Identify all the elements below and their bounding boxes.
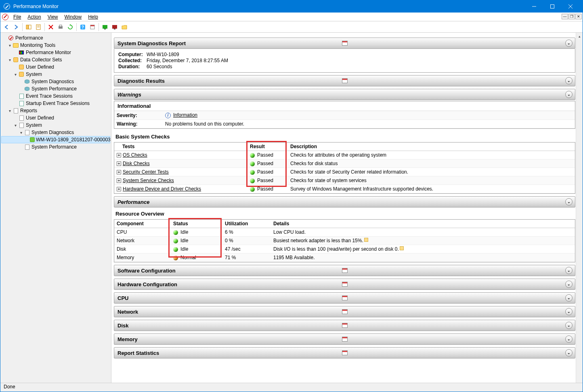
app-menu-icon bbox=[2, 14, 8, 20]
expand-icon[interactable]: + bbox=[117, 170, 121, 174]
collapse-button[interactable]: ⌄ bbox=[565, 335, 573, 343]
minimize-button[interactable] bbox=[525, 0, 543, 13]
status-dot-icon bbox=[250, 161, 255, 166]
collapse-button[interactable]: ⌄ bbox=[565, 322, 573, 329]
tree-dcs-system[interactable]: ▾System bbox=[1, 71, 110, 78]
tree-monitoring-tools[interactable]: ▾Monitoring Tools bbox=[1, 42, 110, 49]
menu-window[interactable]: Window bbox=[61, 13, 85, 21]
collapse-button[interactable]: ⌄ bbox=[565, 281, 573, 288]
calendar-icon bbox=[342, 337, 348, 342]
mdi-restore[interactable]: ❐ bbox=[568, 14, 575, 19]
tree-reports[interactable]: ▾Reports bbox=[1, 107, 110, 114]
tree-dcs-sys-diag[interactable]: System Diagnostics bbox=[1, 78, 110, 85]
view-report-button[interactable] bbox=[88, 23, 97, 31]
calendar-icon bbox=[342, 296, 348, 300]
expand-icon[interactable]: + bbox=[117, 153, 121, 157]
collapse-button[interactable]: ⌄ bbox=[565, 308, 573, 315]
status-dot-icon bbox=[250, 178, 255, 183]
scroll-up-icon[interactable]: ▴ bbox=[576, 33, 583, 40]
svg-rect-12 bbox=[59, 25, 62, 27]
tree-perf-monitor[interactable]: Performance Monitor bbox=[1, 49, 110, 56]
monitor2-button[interactable] bbox=[110, 23, 119, 31]
expand-icon[interactable]: + bbox=[117, 161, 121, 166]
collapse-button[interactable]: ⌄ bbox=[565, 77, 573, 84]
report-info: Computer:WM-W10-1809 Collected:Friday, D… bbox=[114, 49, 575, 73]
refresh-button[interactable] bbox=[66, 23, 75, 31]
collapse-button[interactable]: ⌄ bbox=[565, 349, 573, 356]
check-link[interactable]: OS Checks bbox=[123, 152, 147, 158]
navigation-tree[interactable]: Performance ▾Monitoring Tools Performanc… bbox=[0, 33, 111, 383]
section-network[interactable]: Network ⌄ bbox=[114, 306, 575, 317]
section-system-diagnostics-report[interactable]: System Diagnostics Report ⌄ bbox=[114, 38, 575, 49]
menu-file[interactable]: File bbox=[10, 13, 24, 21]
back-button[interactable] bbox=[2, 23, 11, 31]
tree-reports-sys-diag[interactable]: ▾System Diagnostics bbox=[1, 129, 110, 136]
maximize-button[interactable] bbox=[543, 0, 561, 13]
section-warnings[interactable]: Warnings ⌄ bbox=[114, 89, 575, 100]
statusbar: Done bbox=[0, 383, 583, 392]
calendar-icon bbox=[342, 309, 348, 314]
folder-button[interactable] bbox=[120, 23, 129, 31]
section-disk[interactable]: Disk ⌄ bbox=[114, 320, 575, 331]
mdi-minimize[interactable]: — bbox=[562, 14, 568, 19]
table-row: +Hardware Device and Driver Checks Passe… bbox=[114, 185, 575, 193]
tree-data-collector-sets[interactable]: ▾Data Collector Sets bbox=[1, 56, 110, 63]
svg-rect-18 bbox=[104, 29, 106, 29]
tree-reports-system[interactable]: ▾System bbox=[1, 122, 110, 129]
section-performance[interactable]: Performance ⌄ bbox=[114, 196, 575, 208]
section-report-statistics[interactable]: Report Statistics ⌄ bbox=[114, 347, 575, 358]
section-memory[interactable]: Memory ⌄ bbox=[114, 333, 575, 345]
check-link[interactable]: Disk Checks bbox=[123, 161, 150, 166]
calendar-icon bbox=[342, 78, 348, 83]
close-button[interactable] bbox=[561, 0, 579, 13]
collapse-button[interactable]: ⌄ bbox=[565, 198, 573, 205]
tree-dcs-user-defined[interactable]: User Defined bbox=[1, 63, 110, 71]
svg-rect-1 bbox=[550, 5, 554, 8]
section-hardware-configuration[interactable]: Hardware Configuration ⌄ bbox=[114, 279, 575, 290]
severity-link[interactable]: Information bbox=[173, 112, 197, 118]
forward-button[interactable] bbox=[12, 23, 21, 31]
tree-startup-trace[interactable]: Startup Event Trace Sessions bbox=[1, 100, 110, 107]
titlebar: Performance Monitor bbox=[0, 0, 583, 13]
menu-help[interactable]: Help bbox=[85, 13, 101, 21]
tree-dcs-sys-perf[interactable]: System Performance bbox=[1, 85, 110, 92]
calendar-icon bbox=[342, 41, 348, 46]
section-cpu[interactable]: CPU ⌄ bbox=[114, 292, 575, 304]
section-software-configuration[interactable]: Software Configuration ⌄ bbox=[114, 265, 575, 276]
expand-icon[interactable]: + bbox=[117, 178, 121, 183]
menu-view[interactable]: View bbox=[44, 13, 61, 21]
svg-rect-4 bbox=[26, 25, 28, 29]
status-dot-icon bbox=[250, 170, 255, 175]
tree-selected-report[interactable]: WM-W10-1809_20181207-000003 bbox=[1, 136, 110, 143]
expand-icon[interactable]: + bbox=[117, 187, 121, 191]
informational-box: Informational Severity: iInformation War… bbox=[114, 101, 575, 129]
mdi-close[interactable]: ✕ bbox=[575, 14, 582, 19]
basic-checks-title: Basic System Checks bbox=[114, 130, 575, 141]
collapse-button[interactable]: ⌄ bbox=[565, 294, 573, 302]
collapse-button[interactable]: ⌄ bbox=[565, 91, 573, 98]
monitor1-button[interactable] bbox=[101, 23, 109, 31]
collapse-button[interactable]: ⌄ bbox=[565, 267, 573, 274]
svg-rect-20 bbox=[114, 29, 115, 29]
help-button[interactable]: ? bbox=[78, 23, 87, 31]
tree-event-trace[interactable]: Event Trace Sessions bbox=[1, 92, 110, 100]
collapse-button[interactable]: ⌄ bbox=[565, 40, 573, 47]
table-row: Network Idle 0 % Busiest network adapter… bbox=[114, 237, 575, 245]
calendar-icon bbox=[342, 282, 348, 287]
show-hide-tree-button[interactable] bbox=[24, 23, 33, 31]
print-button[interactable] bbox=[56, 23, 65, 31]
tree-reports-user-defined[interactable]: User Defined bbox=[1, 114, 110, 122]
resource-overview-title: Resource Overview bbox=[114, 208, 575, 218]
tree-root[interactable]: Performance bbox=[1, 34, 110, 42]
vertical-scrollbar[interactable]: ▴ bbox=[576, 33, 583, 383]
check-link[interactable]: Hardware Device and Driver Checks bbox=[123, 186, 201, 192]
properties-button[interactable] bbox=[34, 23, 43, 31]
menu-action[interactable]: Action bbox=[24, 13, 44, 21]
check-link[interactable]: System Service Checks bbox=[123, 178, 174, 183]
tree-reports-sys-perf[interactable]: System Performance bbox=[1, 143, 110, 151]
check-link[interactable]: Security Center Tests bbox=[123, 169, 169, 175]
delete-button[interactable] bbox=[46, 23, 55, 31]
informational-title: Informational bbox=[114, 101, 575, 111]
resource-table: Component Status Utilization Details CPU… bbox=[114, 219, 575, 262]
section-diagnostic-results[interactable]: Diagnostic Results ⌄ bbox=[114, 75, 575, 86]
